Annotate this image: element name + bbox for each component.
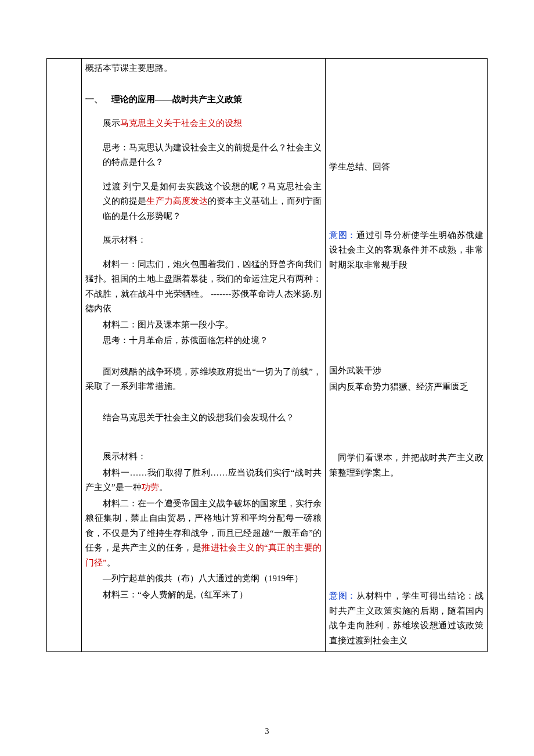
combine-marx-line: 结合马克思关于社会主义的设想我们会发现什么？ [85,411,322,426]
answer-foreign: 国外武装干涉 [329,363,484,379]
intent-1: 意图：通过引导分析使学生明确苏俄建设社会主义的客观条件并不成熟，非常时期采取非常… [329,228,484,273]
student-read-book: 同学们看课本，并把战时共产主义政策整理到学案上。 [329,451,484,480]
section-title-text: 理论的应用——战时共产主义政策 [111,95,242,104]
student-summary: 学生总结、回答 [329,160,484,175]
show-material-label-1: 展示材料： [85,233,322,248]
section-number: 一、 [85,95,103,104]
material-3: 材料一……我们取得了胜利……应当说我们实行“战时共产主义”是一种功劳。 [85,466,322,495]
intro-line: 概括本节课主要思路。 [85,61,322,76]
col-student: 学生总结、回答 意图：通过引导分析使学生明确苏俄建设社会主义的客观条件并不成熟，… [326,59,488,652]
answer-domestic: 国内反革命势力猖獗、经济严重匮乏 [329,380,484,395]
material-4-source: —列宁起草的俄共（布）八大通过的党纲（1919年） [85,571,322,586]
col-empty [47,59,82,652]
productivity-red: 生产力高度发达 [146,196,208,206]
material-2: 材料二：图片及课本第一段小字。 [85,318,322,333]
intent-1-label: 意图： [329,231,356,240]
think-line-1: 思考：马克思认为建设社会主义的前提是什么？社会主义的特点是什么？ [85,141,322,170]
material-4: 材料二：在一个遭受帝国主义战争破坏的国家里，实行余粮征集制，禁止自由贸易，严格地… [85,496,322,571]
page-container: 概括本节课主要思路。 一、 理论的应用——战时共产主义政策 展示马克思主义关于社… [0,0,534,756]
think-question-1: 思考：十月革命后，苏俄面临怎样的处境？ [85,333,322,348]
material-5: 材料三：“令人费解的是,（红军来了） [85,588,322,603]
show-marx-line: 展示马克思主义关于社会主义的设想 [85,116,322,131]
page-number: 3 [0,725,534,739]
material-1: 材料一：同志们，炮火包围着我们，凶猛的野兽齐向我们猛扑。祖国的土地上盘踞着暴徒，… [85,257,322,316]
lesson-table: 概括本节课主要思路。 一、 理论的应用——战时共产主义政策 展示马克思主义关于社… [46,58,488,652]
intent-2: 意图：从材料中，学生可得出结论：战时共产主义政策实施的后期，随着国内战争走向胜利… [329,589,484,648]
show-prefix: 展示 [103,118,120,128]
intent-2-label: 意图： [329,591,356,600]
mat3-a: 材料一……我们取得了胜利……应当说我们实行“战时共产主义”是一种 [85,468,322,492]
show-material-label-2: 展示材料： [85,449,322,465]
mat3-b: 。 [159,483,168,492]
section-1-title: 一、 理论的应用——战时共产主义政策 [85,92,322,107]
transition-line: 过渡 列宁又是如何去实践这个设想的呢？马克思社会主义的前提是生产力高度发达的资本… [85,179,322,224]
mat3-red: 功劳 [142,483,159,492]
marx-socialism-idea: 马克思主义关于社会主义的设想 [120,118,242,128]
frontline-line: 面对残酷的战争环境，苏维埃政府提出“一切为了前线”，采取了一系列非常措施。 [85,365,322,394]
col-teacher: 概括本节课主要思路。 一、 理论的应用——战时共产主义政策 展示马克思主义关于社… [82,59,326,652]
mat4-b: 。 [107,558,116,567]
